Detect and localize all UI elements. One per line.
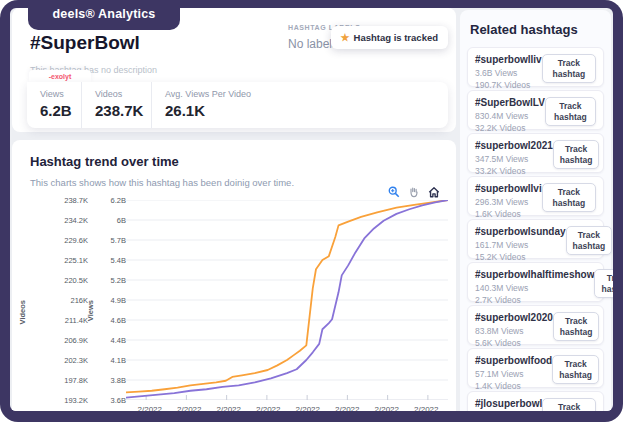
track-hashtag-button[interactable]: Track hashtag — [542, 183, 596, 212]
hashtag-videos: 5.6K Videos — [475, 338, 553, 348]
hashtag-info: #superbowllvi 296.3M Views 1.6K Videos — [475, 183, 542, 209]
series-line-videos — [126, 200, 448, 398]
y-tick-label: 234.2K — [64, 216, 88, 225]
track-hashtag-button[interactable]: Track hashtag — [545, 97, 596, 126]
hashtag-name[interactable]: #superbowlhalftimeshow — [475, 269, 594, 280]
y-tick-label: 6B — [117, 216, 126, 225]
main-column: #SuperBowl This hashtag has no descripti… — [12, 8, 456, 411]
stat-avg-views-value: 26.1K — [165, 102, 448, 119]
hashtag-name[interactable]: #superbowl2021 — [475, 140, 553, 151]
y-tick-label: 4.4B — [111, 336, 126, 345]
hashtag-info: #superbowlhalftimeshow 140.3M Views 2.7K… — [475, 269, 594, 295]
hashtag-videos: 190.7K Videos — [475, 80, 542, 90]
y-tick-label: 4.9B — [111, 296, 126, 305]
stat-views-label: Views — [40, 89, 81, 99]
track-hashtag-button[interactable]: Track hashtag — [542, 398, 596, 411]
y-tick-label: 5.2B — [111, 276, 126, 285]
hashtag-name[interactable]: #superbowl2020 — [475, 312, 553, 323]
x-tick-label: 2/2022 — [335, 405, 359, 411]
y-tick-label: 4.1B — [111, 356, 126, 365]
hashtag-videos: 15.2K Videos — [475, 252, 566, 262]
page-title: #SuperBowl — [30, 32, 140, 54]
hashtag-videos: 1.6K Videos — [475, 209, 542, 219]
hashtag-views: 830.4M Views — [475, 111, 545, 121]
hashtag-views: 296.3M Views — [475, 197, 542, 207]
hashtag-videos: 33.2K Videos — [475, 166, 553, 176]
track-hashtag-button[interactable]: Track hashtag — [594, 269, 613, 298]
home-icon[interactable] — [428, 186, 440, 198]
chart-plot-area: Videos 238.7K234.2K229.6K225.1K220.5K216… — [20, 200, 448, 400]
hashtag-info: #superbowl2021 347.5M Views 33.2K Videos — [475, 140, 553, 166]
hashtag-name[interactable]: #superbowlsunday — [475, 226, 566, 237]
series-line-views — [126, 200, 448, 392]
related-hashtag-card: #superbowlhalftimeshow 140.3M Views 2.7K… — [467, 262, 604, 302]
hashtag-videos: 1.4K Videos — [475, 381, 552, 391]
y-tick-label: 5.7B — [111, 236, 126, 245]
hashtag-views: 83.8M Views — [475, 326, 553, 336]
trend-chart-card: Hashtag trend over time This charts show… — [12, 140, 456, 411]
y-tick-label: 4.6B — [111, 316, 126, 325]
y-tick-label: 225.1K — [64, 256, 88, 265]
hashtag-name[interactable]: #superbowllvi — [475, 183, 542, 194]
x-tick-label: 2/2022 — [256, 405, 280, 411]
x-tick-label: 2/2022 — [296, 405, 320, 411]
y-tick-label: 229.6K — [64, 236, 88, 245]
related-hashtag-card: #superbowlsunday 161.7M Views 15.2K Vide… — [467, 219, 604, 259]
y-tick-label: 197.8K — [64, 376, 88, 385]
chart-subtitle: This charts shows how this hashtag has b… — [30, 177, 294, 188]
stat-videos-label: Videos — [95, 89, 151, 99]
y-tick-label: 238.7K — [64, 196, 88, 205]
stat-videos: Videos 238.7K — [81, 82, 151, 128]
hashtag-name[interactable]: #superbowlfood — [475, 355, 552, 366]
hashtag-info: #superbowlsunday 161.7M Views 15.2K Vide… — [475, 226, 566, 252]
y-tick-label: 202.3K — [64, 356, 88, 365]
line-chart[interactable] — [126, 200, 448, 400]
hashtag-views: 140.3M Views — [475, 283, 594, 293]
hashtag-name[interactable]: #jlosuperbowl — [475, 398, 542, 409]
hashtag-name[interactable]: #superbowlliv — [475, 54, 542, 65]
track-hashtag-button[interactable]: Track hashtag — [566, 226, 613, 255]
y-axis-ticks-videos: 238.7K234.2K229.6K225.1K220.5K216K211.4K… — [32, 200, 88, 400]
related-hashtag-card: #SuperBowlLV 830.4M Views 32.2K Videos T… — [467, 90, 604, 130]
chart-toolbar — [388, 186, 440, 198]
hashtag-videos: 32.2K Videos — [475, 123, 545, 133]
y-axis-title-videos: Videos — [20, 200, 32, 400]
y-tick-label: 220.5K — [64, 276, 88, 285]
star-icon: ★ — [341, 32, 350, 43]
related-hashtag-card: #superbowlfood 57.1M Views 1.4K Videos T… — [467, 348, 604, 388]
pan-hand-icon[interactable] — [408, 186, 420, 198]
hashtag-info: #SuperBowlLV 830.4M Views 32.2K Videos — [475, 97, 545, 123]
app-frame: deels® Analytics #SuperBowl This hashtag… — [0, 0, 623, 422]
hashtag-info: #superbowlfood 57.1M Views 1.4K Videos — [475, 355, 552, 381]
track-hashtag-button[interactable]: Track hashtag — [553, 140, 600, 169]
x-tick-label: 2/2022 — [177, 405, 201, 411]
hashtag-views: 57.1M Views — [475, 369, 552, 379]
y-tick-label: 206.9K — [64, 336, 88, 345]
x-tick-label: 2/2022 — [375, 405, 399, 411]
track-hashtag-button[interactable]: Track hashtag — [552, 355, 599, 384]
track-hashtag-button[interactable]: Track hashtag — [553, 312, 600, 341]
x-tick-label: 2/2022 — [414, 405, 438, 411]
related-hashtags-panel: Related hashtags #superbowlliv 3.6B View… — [460, 10, 611, 411]
y-tick-label: 5.4B — [111, 256, 126, 265]
hashtag-name[interactable]: #SuperBowlLV — [475, 97, 545, 108]
related-hashtag-card: #superbowl2021 347.5M Views 33.2K Videos… — [467, 133, 604, 173]
zoom-icon[interactable] — [388, 186, 400, 198]
track-hashtag-button[interactable]: Track hashtag — [542, 54, 596, 83]
stat-avg-views: Avg. Views Per Video 26.1K — [151, 82, 448, 128]
stats-card: Views 6.2B Videos 238.7K Avg. Views Per … — [27, 82, 448, 128]
y-tick-label: 3.6B — [111, 396, 126, 405]
hashtag-tracked-button[interactable]: ★Hashtag is tracked — [331, 26, 448, 49]
y-axis-ticks-views: 6.2B6B5.7B5.4B5.2B4.9B4.6B4.4B4.1B3.8B3.… — [100, 200, 126, 400]
hashtag-views: 161.7M Views — [475, 240, 566, 250]
hashtag-info: #superbowl2020 83.8M Views 5.6K Videos — [475, 312, 553, 338]
related-hashtag-card: #superbowl2020 83.8M Views 5.6K Videos T… — [467, 305, 604, 345]
related-hashtag-card: #superbowlliv 3.6B Views 190.7K Videos T… — [467, 47, 604, 87]
stat-views: Views 6.2B — [27, 82, 81, 128]
hashtag-views: 3.6B Views — [475, 68, 542, 78]
y-tick-label: 6.2B — [111, 196, 126, 205]
x-tick-label: 2/2022 — [217, 405, 241, 411]
x-tick-label: 2/2022 — [138, 405, 162, 411]
related-hashtag-card: #jlosuperbowl Track hashtag — [467, 391, 604, 411]
related-hashtag-card: #superbowllvi 296.3M Views 1.6K Videos T… — [467, 176, 604, 216]
